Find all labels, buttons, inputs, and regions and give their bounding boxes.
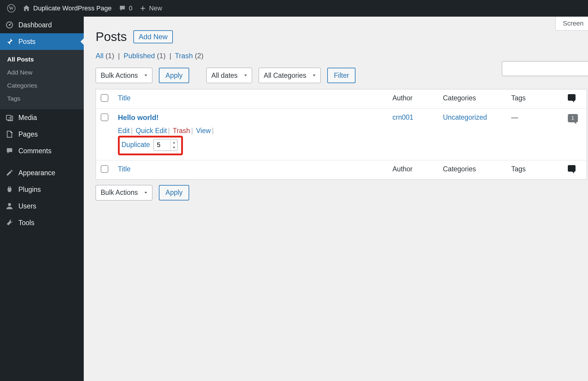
comment-count-badge[interactable]: 1 (568, 114, 578, 122)
wp-logo-menu[interactable]: W (4, 4, 19, 12)
chevron-down-icon (312, 73, 317, 78)
filter-trash-count: (2) (195, 52, 203, 60)
column-comments (563, 89, 587, 109)
sidebar-item-plugins[interactable]: Plugins (0, 181, 84, 198)
stepper-up-icon[interactable]: ▲ (171, 140, 177, 145)
chevron-down-icon (143, 190, 148, 195)
filter-button[interactable]: Filter (327, 68, 355, 83)
post-title-link[interactable]: Hello world! (118, 113, 159, 121)
duplicate-count-stepper[interactable]: ▲ ▼ (154, 139, 178, 151)
tablenav-bottom: Bulk Actions Apply (96, 185, 588, 200)
sidebar-item-label: Plugins (18, 186, 41, 194)
chevron-down-icon (143, 73, 148, 78)
search-input[interactable] (502, 61, 588, 76)
column-title[interactable]: Title (118, 94, 131, 102)
home-icon (23, 4, 30, 12)
sidebar-subitem-all-posts[interactable]: All Posts (0, 53, 84, 66)
toolbar-comments-count: 0 (129, 4, 132, 12)
apply-button[interactable]: Apply (159, 68, 189, 83)
dashboard-icon (5, 21, 14, 29)
select-all-checkbox[interactable] (101, 94, 108, 102)
admin-sidebar: Dashboard Posts All Posts Add New Catego… (0, 17, 84, 381)
sidebar-item-tools[interactable]: Tools (0, 214, 84, 231)
column-tags: Tags (507, 89, 563, 109)
post-category-link[interactable]: Uncategorized (443, 113, 487, 121)
chevron-down-icon (243, 73, 248, 78)
user-icon (5, 202, 14, 210)
appearance-icon (5, 169, 14, 177)
apply-button-bottom[interactable]: Apply (159, 185, 189, 200)
categories-filter-select[interactable]: All Categories (259, 68, 321, 83)
sidebar-item-appearance[interactable]: Appearance (0, 165, 84, 181)
column-categories-footer: Categories (438, 160, 507, 179)
duplicate-highlight-box: Duplicate ▲ ▼ (118, 136, 183, 155)
status-filter-links: All (1) | Published (1) | Trash (2) (96, 52, 588, 60)
column-title-footer[interactable]: Title (118, 165, 131, 173)
filter-all[interactable]: All (96, 52, 104, 60)
stepper-down-icon[interactable]: ▼ (171, 145, 177, 150)
comment-column-icon (568, 94, 576, 101)
sidebar-item-label: Pages (18, 130, 38, 138)
sidebar-submenu-posts: All Posts Add New Categories Tags (0, 50, 84, 109)
row-actions: Edit| Quick Edit| Trash| View| Duplicate (118, 125, 383, 155)
post-author-link[interactable]: crn001 (393, 113, 413, 121)
search-box (502, 61, 588, 76)
posts-table: Title Author Categories Tags Hello world… (96, 89, 587, 180)
filter-trash[interactable]: Trash (175, 52, 193, 60)
sidebar-item-dashboard[interactable]: Dashboard (0, 17, 84, 33)
sidebar-item-label: Appearance (18, 169, 55, 177)
site-home-link[interactable]: Duplicate WordPress Page (19, 4, 115, 12)
action-edit[interactable]: Edit (118, 127, 130, 135)
sidebar-item-media[interactable]: Media (0, 109, 84, 126)
page-icon (5, 130, 14, 138)
dates-filter-select[interactable]: All dates (206, 68, 252, 83)
column-categories: Categories (438, 89, 507, 109)
column-tags-footer: Tags (507, 160, 563, 179)
column-comments-footer (563, 160, 587, 179)
sidebar-subitem-tags[interactable]: Tags (0, 92, 84, 105)
svg-point-1 (9, 24, 10, 26)
filter-published[interactable]: Published (124, 52, 155, 60)
sidebar-item-posts[interactable]: Posts (0, 33, 84, 50)
column-author-footer: Author (388, 160, 438, 179)
sidebar-item-label: Tools (18, 219, 34, 227)
screen-options-tab[interactable]: Screen (555, 17, 588, 31)
add-new-button[interactable]: Add New (133, 30, 173, 43)
action-trash[interactable]: Trash (173, 127, 190, 135)
row-checkbox[interactable] (101, 113, 108, 121)
sidebar-item-label: Comments (18, 147, 51, 155)
sidebar-item-pages[interactable]: Pages (0, 126, 84, 143)
comment-icon (5, 147, 14, 155)
site-name: Duplicate WordPress Page (33, 4, 112, 12)
svg-point-3 (8, 203, 11, 206)
media-icon (5, 113, 14, 122)
action-view[interactable]: View (196, 127, 211, 135)
filter-all-count: (1) (105, 52, 114, 60)
duplicate-count-input[interactable] (157, 141, 170, 149)
bulk-actions-select[interactable]: Bulk Actions (96, 68, 152, 83)
plugin-icon (5, 185, 14, 194)
column-author: Author (388, 89, 438, 109)
comment-column-icon (568, 165, 576, 172)
sidebar-item-label: Dashboard (18, 21, 52, 29)
bulk-actions-select-bottom[interactable]: Bulk Actions (96, 185, 152, 200)
sidebar-subitem-add-new[interactable]: Add New (0, 66, 84, 79)
sidebar-subitem-categories[interactable]: Categories (0, 79, 84, 92)
toolbar-comments[interactable]: 0 (115, 4, 136, 12)
sidebar-item-users[interactable]: Users (0, 198, 84, 214)
select-all-checkbox-footer[interactable] (101, 165, 108, 173)
page-title: Posts (96, 30, 127, 44)
sidebar-item-comments[interactable]: Comments (0, 143, 84, 159)
main-content: Screen Posts Add New All (1) | Published… (84, 17, 588, 381)
post-tags: — (507, 109, 563, 160)
table-row: Hello world! Edit| Quick Edit| Trash| Vi… (96, 109, 587, 160)
toolbar-new[interactable]: New (136, 4, 166, 12)
toolbar-new-label: New (149, 4, 162, 12)
sidebar-item-label: Media (18, 114, 37, 122)
action-quick-edit[interactable]: Quick Edit (136, 127, 167, 135)
pin-icon (5, 37, 14, 46)
filter-published-count: (1) (157, 52, 165, 60)
action-duplicate[interactable]: Duplicate (121, 139, 150, 151)
comment-bubble-icon (119, 5, 126, 12)
tools-icon (5, 219, 14, 227)
